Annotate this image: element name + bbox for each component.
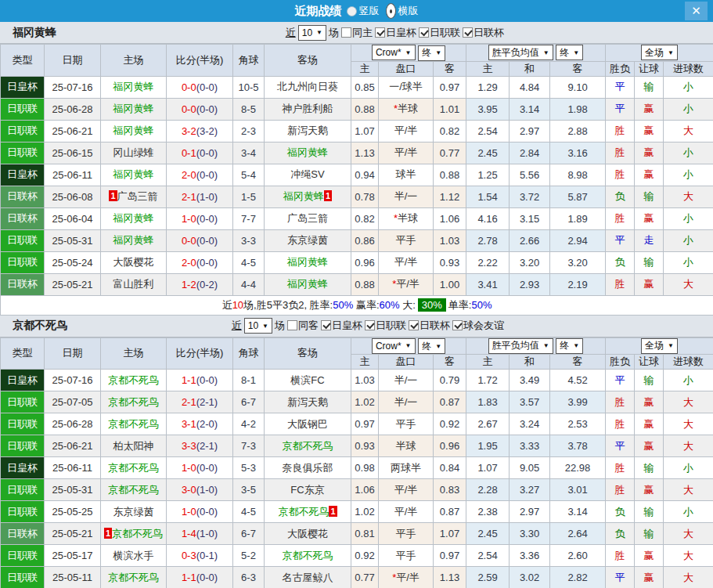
fulltime-score: 3-1: [182, 418, 196, 430]
match-outcome: 胜: [606, 391, 635, 413]
avg-lose-odds: 3.78: [550, 435, 606, 457]
cup-checkbox-0[interactable]: 日皇杯: [321, 319, 362, 333]
away-team-name: 京都不死鸟: [283, 440, 333, 452]
star-mark: *: [394, 103, 398, 114]
cup-checkbox-2[interactable]: 日联杯: [463, 26, 504, 40]
match-row: 日职联25-05-24大阪樱花2-0(0-0)4-5福冈黄蜂0.96平/半0.9…: [1, 251, 713, 273]
games-label: 场: [275, 319, 285, 333]
away-handicap-odds: 1.03: [434, 229, 466, 251]
results-table: 类型日期主场比分(半场)角球客场Crow*▼ 终▼胜平负均值▼ 终▼全场▼主盘口…: [0, 44, 713, 316]
score: 0-0(0-0): [167, 229, 233, 251]
company-select[interactable]: Crow*▼: [372, 45, 416, 60]
avg-win-odds: 1.25: [466, 164, 510, 186]
cup-checkbox-1-label: 日职联: [430, 27, 460, 38]
filter-controls: 近10▼场同客日皇杯日职联日联杯球会友谊: [232, 318, 504, 334]
scope-select[interactable]: 全场▼: [641, 45, 678, 60]
sub-header-2: 客: [434, 355, 466, 370]
match-row: 日职联25-06-21柏太阳神3-3(2-1)7-3京都不死鸟0.93半球0.9…: [1, 435, 713, 457]
cup-checkbox-2-box[interactable]: [463, 27, 473, 38]
sub-header-4: 和: [510, 355, 550, 370]
match-date: 25-05-24: [45, 251, 101, 273]
corners: 2-3: [233, 120, 265, 142]
summary-single-rate: 50%: [471, 299, 492, 311]
goals-outcome: 大: [664, 391, 713, 413]
cup-checkbox-0-box[interactable]: [321, 320, 331, 330]
fulltime-score: 2-0: [182, 257, 196, 269]
final-select-1[interactable]: 终▼: [418, 338, 445, 354]
corners: 6-7: [233, 391, 265, 413]
same-venue-checkbox-box[interactable]: [341, 27, 351, 38]
cup-checkbox-0[interactable]: 日皇杯: [375, 26, 416, 40]
away-team-name: 大阪樱花: [287, 528, 328, 539]
away-handicap-odds: 0.93: [434, 251, 466, 273]
cup-checkbox-1[interactable]: 日职联: [365, 319, 406, 333]
cup-checkbox-2[interactable]: 日联杯: [409, 319, 450, 333]
final-select-2[interactable]: 终▼: [556, 45, 583, 60]
cup-checkbox-1-box[interactable]: [419, 27, 429, 38]
home-team-name: 广岛三箭: [117, 190, 158, 202]
home-team: 京都不死鸟: [101, 391, 167, 413]
sub-header-5: 客: [550, 61, 606, 76]
handicap-line: *平/半: [379, 273, 434, 295]
match-row: 日职联25-06-28福冈黄蜂0-0(0-0)8-5神户胜利船0.88*半球1.…: [1, 98, 713, 120]
final-select-2[interactable]: 终▼: [556, 338, 583, 354]
match-count-select[interactable]: 10▼: [244, 318, 272, 334]
avg-win-odds: 2.45: [466, 523, 510, 545]
avg-select-arrow-icon: ▼: [543, 49, 549, 56]
summary-row: 近10场,胜5平3负2, 胜率:50% 赢率:60% 大:30%单率:50%: [1, 295, 713, 315]
avg-lose-odds: 3.16: [550, 142, 606, 164]
halftime-score: (0-0): [196, 235, 218, 247]
handicap-outcome: 赢: [635, 479, 664, 501]
col-header-3: 比分(半场): [167, 45, 233, 77]
match-date: 25-06-28: [45, 413, 101, 435]
radio-option[interactable]: 横版: [386, 3, 419, 19]
match-count-select[interactable]: 10▼: [298, 25, 326, 41]
cup-checkbox-3[interactable]: 球会友谊: [452, 319, 504, 333]
same-venue-checkbox-box[interactable]: [287, 320, 297, 330]
radio-option[interactable]: 竖版: [347, 4, 380, 18]
away-handicap-odds: 1.06: [434, 207, 466, 229]
match-date: 25-05-31: [45, 229, 101, 251]
avg-draw-odds: 3.20: [510, 251, 550, 273]
away-team-name: 京都不死鸟: [283, 550, 333, 561]
scope-select[interactable]: 全场▼: [641, 338, 678, 354]
match-date: 25-06-08: [45, 186, 101, 207]
final-select-1[interactable]: 终▼: [418, 45, 445, 61]
same-venue-checkbox[interactable]: 同主: [341, 26, 373, 40]
recent-link[interactable]: 近: [232, 319, 242, 333]
same-venue-checkbox[interactable]: 同客: [287, 319, 319, 333]
recent-link[interactable]: 近: [286, 26, 296, 40]
goals-outcome: 小: [664, 98, 713, 120]
company-select[interactable]: Crow*▼: [372, 338, 416, 354]
match-row: 日职联25-07-05京都不死鸟2-1(2-1)6-7新泻天鹅1.02半/一0.…: [1, 391, 713, 413]
home-team: 京都不死鸟: [101, 479, 167, 501]
halftime-score: (0-0): [196, 374, 218, 386]
cup-checkbox-1-box[interactable]: [365, 320, 375, 330]
scope-dropdown-cell: 全场▼: [606, 337, 713, 355]
avg-lose-odds: 8.98: [550, 164, 606, 186]
radio-icon[interactable]: [386, 3, 396, 19]
corners: 8-1: [233, 370, 265, 391]
avg-draw-odds: 9.05: [510, 457, 550, 479]
avg-draw-odds: 4.84: [510, 76, 550, 98]
league-type: 日皇杯: [1, 370, 45, 391]
goals-outcome: 小: [664, 229, 713, 251]
cup-checkbox-0-box[interactable]: [375, 27, 385, 38]
avg-select[interactable]: 胜平负均值▼: [488, 45, 553, 60]
avg-lose-odds: 3.01: [550, 479, 606, 501]
league-type: 日职联: [1, 479, 45, 501]
away-team: 福冈黄蜂: [265, 273, 351, 295]
avg-select[interactable]: 胜平负均值▼: [488, 338, 553, 354]
away-team: 新泻天鹅: [265, 391, 351, 413]
handicap-line: 球半: [379, 164, 434, 186]
match-count-select-arrow-icon: ▼: [262, 323, 268, 330]
cup-checkbox-1[interactable]: 日职联: [419, 26, 460, 40]
cup-checkbox-2-box[interactable]: [409, 320, 419, 330]
close-button[interactable]: ✕: [685, 2, 708, 20]
fulltime-score: 3-0: [182, 484, 196, 496]
match-date: 25-05-21: [45, 523, 101, 545]
home-handicap-odds: 0.77: [351, 567, 379, 588]
radio-icon[interactable]: [347, 6, 357, 16]
cup-checkbox-3-box[interactable]: [452, 320, 463, 330]
handicap-line: 平/半: [379, 120, 434, 142]
